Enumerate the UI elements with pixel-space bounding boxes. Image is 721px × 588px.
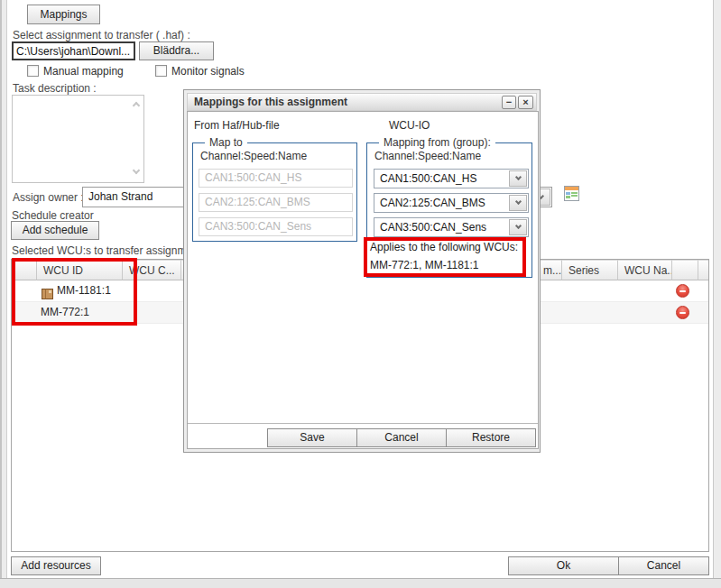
mapping-from-combobox-2[interactable]: CAN2:125:CAN_BMS: [374, 193, 529, 213]
remove-row-icon[interactable]: [676, 306, 689, 319]
close-icon[interactable]: ×: [518, 96, 533, 109]
table-header-series[interactable]: Series: [562, 260, 618, 280]
window-left-border: [0, 0, 7, 588]
map-to-field-1: CAN1:500:CAN_HS: [199, 169, 353, 188]
mappings-button[interactable]: Mappings: [27, 5, 100, 24]
browse-button[interactable]: Bläddra...: [139, 41, 214, 60]
map-to-field-3: CAN3:500:CAN_Sens: [199, 217, 353, 236]
scroll-up-icon[interactable]: [133, 102, 140, 109]
save-button[interactable]: Save: [267, 428, 357, 447]
scroll-down-icon[interactable]: [133, 167, 140, 174]
applies-note-line1: Applies to the following WCUs:: [370, 241, 518, 253]
monitor-signals-label: Monitor signals: [171, 65, 245, 78]
wcu-id-cell: MM-772:1: [41, 302, 89, 323]
table-header-wcu-c[interactable]: WCU C...: [123, 260, 181, 280]
assignment-path-input[interactable]: [12, 41, 135, 60]
window-bottom-border: [0, 578, 721, 588]
chevron-down-icon: [514, 198, 521, 205]
map-to-field-2: CAN2:125:CAN_BMS: [199, 193, 353, 212]
application-window: { "window": { "mappings_button": "Mappin…: [0, 0, 721, 588]
minimize-icon[interactable]: −: [502, 96, 516, 109]
wcu-id-cell: MM-1181:1: [57, 280, 111, 301]
manual-mapping-label: Manual mapping: [43, 65, 124, 78]
dropdown-button[interactable]: [509, 170, 527, 187]
cancel-button[interactable]: Cancel: [618, 556, 709, 575]
table-header-m[interactable]: m...: [537, 260, 562, 280]
select-assignment-label: Select assignment to transfer ( .haf) :: [13, 29, 190, 41]
table-header-wcu-id[interactable]: WCU ID: [37, 260, 123, 280]
monitor-signals-checkbox[interactable]: [155, 65, 167, 77]
add-schedule-button[interactable]: Add schedule: [11, 221, 99, 240]
add-resources-button[interactable]: Add resources: [11, 556, 101, 575]
dialog-divider: [188, 423, 538, 424]
applies-note-line2: MM-772:1, MM-1181:1: [370, 259, 479, 271]
channel-speed-name-label: Channel:Speed:Name: [200, 150, 307, 162]
dropdown-button[interactable]: [509, 219, 527, 235]
task-description-label: Task description :: [13, 82, 97, 95]
remove-row-icon[interactable]: [676, 284, 689, 298]
window-right-border: [713, 0, 721, 588]
table-header-wcu-name[interactable]: WCU Na...: [618, 260, 672, 280]
dialog-cancel-button[interactable]: Cancel: [356, 428, 447, 447]
mapping-from-combobox-3[interactable]: CAN3:500:CAN_Sens: [374, 217, 529, 237]
manual-mapping-checkbox[interactable]: [27, 65, 39, 77]
mapping-from-legend: Mapping from (group):: [379, 136, 495, 149]
schedule-table-icon[interactable]: [564, 186, 579, 204]
selected-wcu-label: Selected WCU:s to transfer assignme: [12, 244, 192, 257]
wcu-io-label: WCU-IO: [389, 119, 430, 132]
combobox-value: CAN1:500:CAN_HS: [380, 172, 476, 185]
mapping-from-combobox-1[interactable]: CAN1:500:CAN_HS: [374, 169, 529, 188]
table-header-last[interactable]: [698, 260, 708, 280]
dialog-titlebar[interactable]: Mappings for this assignment − ×: [187, 93, 537, 111]
restore-button[interactable]: Restore: [446, 428, 536, 447]
map-to-legend: Map to: [205, 136, 247, 149]
schedule-creator-label: Schedule creator: [12, 209, 94, 222]
chevron-down-icon: [514, 174, 521, 180]
channel-speed-name-label: Channel:Speed:Name: [374, 150, 481, 162]
mappings-dialog: Mappings for this assignment − × From Ha…: [183, 89, 541, 453]
chevron-down-icon: [514, 223, 521, 229]
table-header-blank[interactable]: [12, 260, 37, 280]
dropdown-button[interactable]: [509, 195, 527, 211]
combobox-value: CAN3:500:CAN_Sens: [380, 221, 486, 234]
map-to-groupbox: Map to Channel:Speed:Name CAN1:500:CAN_H…: [192, 142, 357, 242]
task-description-textarea[interactable]: [12, 95, 144, 183]
assign-owner-value: Johan Strand: [88, 190, 153, 203]
combobox-value: CAN2:125:CAN_BMS: [380, 197, 485, 209]
mapping-from-groupbox: Mapping from (group): Channel:Speed:Name…: [366, 142, 532, 278]
dialog-title: Mappings for this assignment: [194, 96, 347, 108]
table-header-remove[interactable]: [672, 260, 698, 280]
assign-owner-label: Assign owner :: [13, 191, 84, 204]
ok-button[interactable]: Ok: [508, 556, 619, 575]
from-haf-label: From Haf/Hub-file: [194, 119, 280, 132]
dialog-content: From Haf/Hub-file WCU-IO Map to Channel:…: [187, 111, 539, 449]
